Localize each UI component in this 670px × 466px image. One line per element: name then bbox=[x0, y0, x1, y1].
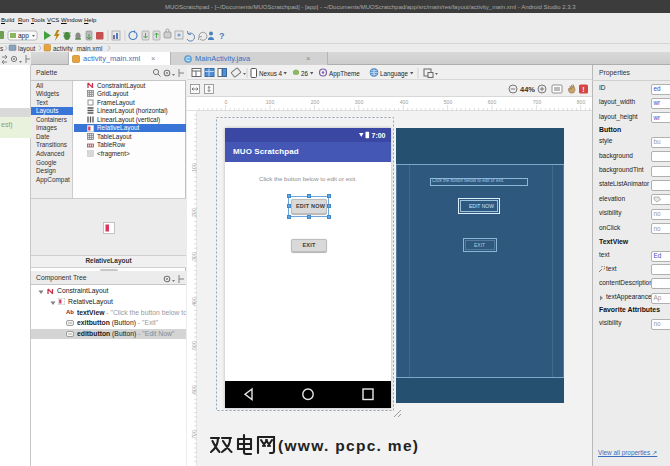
svg-text:Nexus 4: Nexus 4 bbox=[259, 70, 283, 77]
svg-text:C: C bbox=[186, 56, 190, 62]
svg-text:Language: Language bbox=[380, 70, 409, 78]
svg-text:44%: 44% bbox=[520, 85, 535, 94]
svg-text:app: app bbox=[18, 32, 29, 40]
svg-text:26: 26 bbox=[301, 70, 309, 77]
svg-text:(www. pcpc. me): (www. pcpc. me) bbox=[278, 437, 418, 454]
svg-text:7:00: 7:00 bbox=[372, 132, 386, 139]
svg-text:!: ! bbox=[582, 85, 584, 92]
svg-text:s: s bbox=[0, 45, 4, 52]
svg-text:AppTheme: AppTheme bbox=[329, 70, 360, 78]
svg-text:?: ? bbox=[219, 31, 225, 41]
